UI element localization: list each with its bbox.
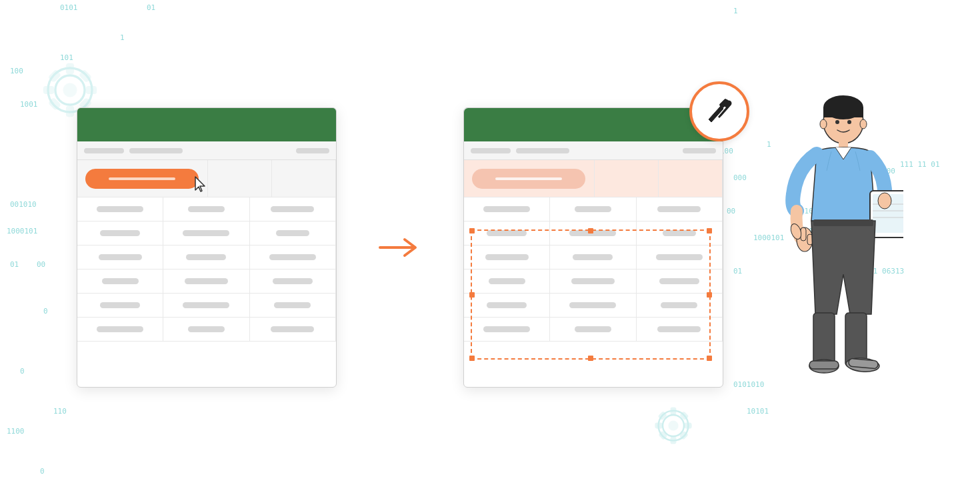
illustration-wrapper: [77, 87, 903, 408]
right-spreadsheet: [463, 107, 723, 388]
cell-5-1: [77, 270, 163, 293]
svg-point-30: [860, 119, 867, 129]
left-spreadsheet-subheader: [77, 141, 336, 160]
subheader-bar-3: [296, 148, 329, 153]
subheader-bar-1: [84, 148, 124, 153]
orange-btn-line: [109, 177, 175, 180]
cell-bar: [188, 206, 225, 212]
cell-4-1: [77, 245, 163, 269]
cell-bar: [99, 254, 142, 260]
svg-rect-26: [823, 107, 863, 117]
cell-5-3: [250, 270, 336, 293]
svg-rect-43: [813, 313, 835, 366]
grid-row-7: [77, 318, 336, 342]
cell-bar: [276, 230, 309, 236]
svg-point-41: [878, 193, 891, 209]
cell-bar: [271, 206, 314, 212]
orange-btn-cell: [77, 160, 208, 197]
cell-3-3: [250, 221, 336, 245]
cell-bar: [102, 278, 139, 284]
pink-button: [472, 169, 585, 189]
cell-2-1: [77, 197, 163, 221]
grid-row-3: [77, 221, 336, 245]
selection-handle-bm: [588, 356, 593, 361]
cell-2-3: [250, 197, 336, 221]
pink-btn-line: [495, 177, 562, 180]
cell-3-1: [77, 221, 163, 245]
selection-handle-bl: [469, 356, 475, 361]
cell-2-2: [163, 197, 249, 221]
pink-btn-cell: [464, 160, 595, 197]
main-content: [0, 0, 980, 495]
right-grid-row-2: [464, 197, 723, 221]
tools-icon: [702, 94, 737, 129]
orange-button-row: [77, 160, 336, 197]
orange-button: [85, 169, 199, 189]
pink-button-row: [464, 160, 723, 197]
right-spreadsheet-header: [464, 108, 723, 141]
cell-4-3: [250, 245, 336, 269]
grid-row-6: [77, 294, 336, 318]
cell-bar: [186, 254, 226, 260]
svg-rect-46: [809, 361, 839, 369]
left-spreadsheet: [77, 107, 337, 388]
cursor-icon: [193, 175, 209, 194]
cell-bar: [273, 278, 313, 284]
svg-rect-42: [813, 219, 873, 226]
subheader-bar-2: [129, 148, 183, 153]
grid-row-5: [77, 270, 336, 294]
arrow-container: [377, 234, 423, 261]
selection-handle-br: [707, 356, 712, 361]
cell-4-2: [163, 245, 249, 269]
orange-row-cell-3: [272, 160, 336, 197]
grid-row-2: [77, 197, 336, 221]
cell-bar: [100, 230, 140, 236]
right-arrow: [377, 234, 423, 261]
cell-5-2: [163, 270, 249, 293]
cell-bar: [183, 230, 229, 236]
tools-badge: [689, 81, 749, 141]
person-svg: [777, 87, 903, 408]
cell-bar: [185, 278, 228, 284]
cell-bar: [269, 254, 316, 260]
svg-point-28: [847, 120, 851, 124]
svg-point-27: [835, 120, 839, 124]
person-illustration: [777, 87, 903, 408]
cell-3-2: [163, 221, 249, 245]
right-spreadsheet-subheader: [464, 141, 723, 160]
cell-bar: [97, 206, 143, 212]
orange-row-cell-2: [208, 160, 272, 197]
left-spreadsheet-header: [77, 108, 336, 141]
svg-point-29: [820, 119, 827, 129]
grid-row-4: [77, 245, 336, 270]
right-spreadsheet-inner: [464, 108, 723, 387]
